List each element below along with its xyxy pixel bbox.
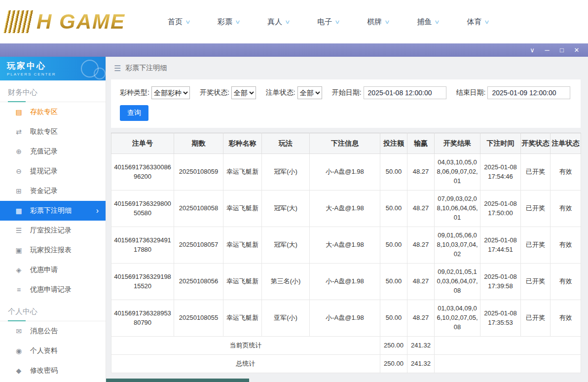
sidebar-item-优惠申请记录[interactable]: ≡优惠申请记录 (0, 280, 106, 300)
sidebar-item-存款专区[interactable]: ▤存款专区 (0, 102, 106, 122)
summary-win-total: 241.32 (407, 355, 435, 373)
column-header: 期数 (174, 133, 223, 154)
table-cell: 01,03,04,09,06,10,02,07,05,08 (435, 300, 480, 337)
table-cell: 亚军(小) (262, 300, 310, 337)
sidebar-item-厅室投注记录[interactable]: ☰厅室投注记录 (0, 221, 106, 240)
sidebar-item-玩家投注报表[interactable]: ▣玩家投注报表 (0, 240, 106, 260)
close-icon[interactable]: ✕ (569, 43, 584, 57)
sidebar-item-label: 厅室投注记录 (30, 226, 72, 235)
sidebar-section-title: 财务中心 (0, 80, 106, 102)
table-cell: 50.00 (380, 227, 407, 264)
nav-item-捕鱼[interactable]: 捕鱼∨ (417, 17, 439, 27)
sidebar-header: 玩家中心 PLAYERS CENTER (0, 57, 106, 80)
column-header: 玩法 (262, 133, 310, 154)
table-cell: 小-A盘@1.98 (310, 154, 380, 191)
summary-row: 总统计250.00241.32 (111, 355, 581, 373)
horizontal-scrollbar-thumb[interactable] (106, 379, 249, 382)
sidebar-item-充值记录[interactable]: ⊕充值记录 (0, 142, 106, 161)
start-date-input[interactable] (364, 86, 446, 99)
sidebar-item-label: 修改密码 (30, 366, 58, 375)
funds-icon: ⊞ (14, 187, 24, 195)
sidebar-item-消息公告[interactable]: ✉消息公告 (0, 321, 106, 341)
table-cell: 幸运飞艇新 (223, 191, 262, 227)
summary-win-total: 241.32 (407, 337, 435, 355)
hall-bets-icon: ☰ (14, 227, 24, 234)
collapse-icon[interactable]: ∨ (525, 43, 540, 57)
search-button[interactable]: 查询 (120, 105, 148, 121)
end-date-label: 结束日期: (456, 88, 486, 97)
nav-item-label: 捕鱼 (417, 17, 432, 27)
summary-bet-total: 250.00 (380, 355, 407, 373)
table-cell: 401569173632949117880 (111, 227, 174, 264)
message-icon: ✉ (14, 327, 24, 335)
nav-item-真人[interactable]: 真人∨ (267, 17, 290, 27)
menu-icon[interactable]: ☰ (114, 64, 121, 73)
table-cell: 有效 (551, 300, 581, 337)
lottery-type-select[interactable]: 全部彩种 (151, 86, 190, 99)
deposit-icon: ▤ (14, 108, 24, 116)
column-header: 输赢 (407, 133, 435, 154)
chevron-down-icon: ∨ (235, 19, 241, 25)
nav-item-label: 体育 (467, 17, 481, 27)
logo-bars-icon (3, 10, 34, 33)
table-row: 40156917363291981552020250108056幸运飞艇新第三名… (111, 264, 581, 300)
chevron-down-icon: ∨ (434, 19, 440, 25)
sidebar-item-提现记录[interactable]: ⊖提现记录 (0, 161, 106, 181)
table-cell: 有效 (551, 227, 581, 264)
table-cell: 有效 (551, 264, 581, 300)
lottery-detail-icon: ▦ (14, 207, 24, 215)
sidebar-item-个人资料[interactable]: ◉个人资料 (0, 341, 106, 361)
table-cell: 09,01,05,06,08,10,03,07,04,02 (435, 227, 480, 264)
nav-item-彩票[interactable]: 彩票∨ (218, 17, 240, 27)
nav-item-首页[interactable]: 首页∨ (168, 17, 190, 27)
nav-item-label: 棋牌 (367, 17, 382, 27)
draw-status-select[interactable]: 全部 (231, 86, 256, 99)
table-cell: 50.00 (380, 264, 407, 300)
maximize-icon[interactable]: □ (554, 43, 569, 57)
summary-bet-total: 250.00 (380, 337, 407, 355)
sidebar-item-取款专区[interactable]: ⇄取款专区 (0, 122, 106, 142)
table-cell: 幸运飞艇新 (223, 227, 262, 264)
sidebar-item-彩票下注明细[interactable]: ▦彩票下注明细› (0, 201, 106, 221)
nav-item-label: 真人 (267, 17, 282, 27)
table-cell: 第三名(小) (262, 264, 310, 300)
report-icon: ▣ (14, 246, 24, 254)
sidebar-item-修改密码[interactable]: ◆修改密码 (0, 361, 106, 381)
promo-apply-icon: ◈ (14, 266, 24, 274)
sidebar-item-label: 玩家投注报表 (30, 246, 72, 255)
column-header: 注单状态 (551, 133, 581, 154)
table-cell: 48.27 (407, 300, 435, 337)
table-cell: 48.27 (407, 191, 435, 227)
nav-item-棋牌[interactable]: 棋牌∨ (367, 17, 389, 27)
column-header: 下注时间 (480, 133, 521, 154)
chevron-down-icon: ∨ (285, 19, 291, 25)
sidebar-item-资金记录[interactable]: ⊞资金记录 (0, 181, 106, 201)
summary-label: 当前页统计 (111, 337, 380, 355)
column-header: 开奖结果 (435, 133, 480, 154)
bet-status-select[interactable]: 全部 (297, 86, 322, 99)
bet-detail-table: 注单号期数彩种名称玩法下注信息投注额输赢开奖结果下注时间开奖状态注单状态 401… (111, 133, 581, 373)
button-row: 查询 (120, 105, 572, 121)
summary-empty (435, 337, 581, 355)
chevron-down-icon: ∨ (384, 19, 390, 25)
table-row: 40156917363300869620020250108059幸运飞艇新冠军(… (111, 154, 581, 191)
nav-item-label: 彩票 (218, 17, 232, 27)
draw-status-label: 开奖状态: (200, 88, 229, 97)
table-cell: 07,09,03,02,08,10,06,04,05,01 (435, 191, 480, 227)
end-date-input[interactable] (487, 86, 570, 99)
table-cell: 冠军(小) (262, 154, 310, 191)
bet-detail-table-panel: 注单号期数彩种名称玩法下注信息投注额输赢开奖结果下注时间开奖状态注单状态 401… (111, 133, 581, 373)
chevron-right-icon: › (96, 206, 99, 215)
table-cell: 20250108055 (174, 300, 223, 337)
table-row: 40156917363289538079020250108055幸运飞艇新亚军(… (111, 300, 581, 337)
table-cell: 有效 (551, 154, 581, 191)
sidebar-item-label: 提现记录 (30, 167, 58, 176)
table-cell: 09,02,01,05,10,03,06,04,07,08 (435, 264, 480, 300)
table-cell: 幸运飞艇新 (223, 300, 262, 337)
nav-item-电子[interactable]: 电子∨ (317, 17, 339, 27)
nav-item-体育[interactable]: 体育∨ (467, 17, 489, 27)
sidebar-item-优惠申请[interactable]: ◈优惠申请 (0, 260, 106, 280)
table-cell: 大-A盘@1.98 (310, 227, 380, 264)
sidebar-item-label: 充值记录 (30, 147, 58, 156)
minimize-icon[interactable]: ─ (540, 43, 554, 57)
